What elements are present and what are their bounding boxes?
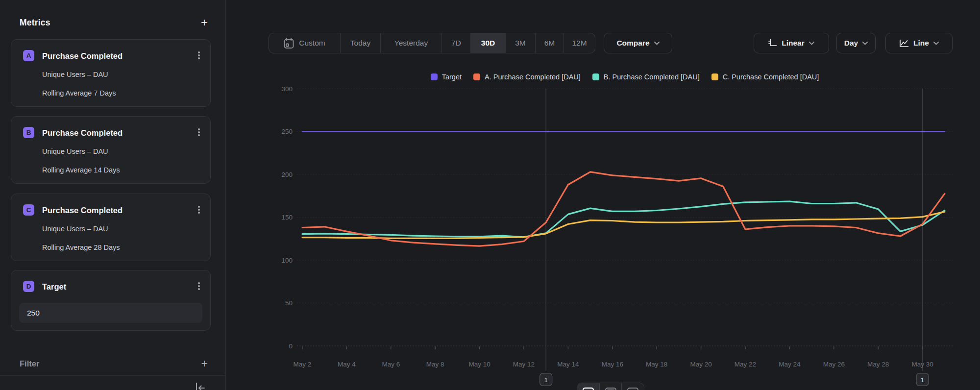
time-range-label: 12M bbox=[572, 39, 587, 48]
legend-item[interactable]: B. Purchase Completed [DAU] bbox=[592, 73, 700, 81]
metric-card-c: CPurchase CompletedUnique Users – DAURol… bbox=[11, 194, 211, 261]
metric-card-subtitle: Unique Users – DAU bbox=[42, 147, 108, 155]
legend-item[interactable]: A. Purchase Completed [DAU] bbox=[473, 73, 581, 81]
time-range-custom[interactable]: Custom bbox=[269, 33, 340, 53]
metric-card-a: APurchase CompletedUnique Users – DAURol… bbox=[11, 39, 211, 107]
metric-card-subtitle: Unique Users – DAU bbox=[42, 225, 108, 233]
chart-legend: TargetA. Purchase Completed [DAU]B. Purc… bbox=[302, 73, 947, 81]
kebab-menu-icon[interactable] bbox=[196, 204, 202, 215]
kebab-menu-icon[interactable] bbox=[196, 50, 202, 61]
chevron-down-icon bbox=[862, 42, 868, 45]
metric-card-title: Purchase Completed bbox=[42, 51, 122, 61]
time-range-yesterday[interactable]: Yesterday bbox=[380, 33, 441, 53]
view-chart-button[interactable] bbox=[577, 383, 599, 390]
time-range-label: Yesterday bbox=[394, 39, 428, 48]
metric-badge: A bbox=[23, 50, 34, 61]
metric-card-title: Purchase Completed bbox=[42, 206, 122, 215]
time-range-today[interactable]: Today bbox=[340, 33, 380, 53]
view-table-button[interactable] bbox=[599, 383, 622, 390]
y-axis-tick-label: 300 bbox=[281, 85, 293, 93]
target-value-input[interactable] bbox=[19, 303, 202, 323]
metric-card-title: Purchase Completed bbox=[42, 128, 122, 138]
x-axis-tick-label: May 22 bbox=[735, 361, 756, 368]
chevron-down-icon bbox=[809, 42, 814, 45]
linear-axis-icon bbox=[768, 39, 777, 48]
x-axis-tick-label: May 20 bbox=[690, 361, 711, 368]
series-line bbox=[302, 212, 945, 238]
time-range-label: 30D bbox=[481, 39, 495, 48]
x-axis-tick-label: May 2 bbox=[294, 361, 312, 368]
metric-card-subtitle: Rolling Average 7 Days bbox=[42, 89, 116, 97]
y-axis-tick-label: 0 bbox=[289, 342, 293, 350]
metrics-report-screen: Metrics + APurchase CompletedUnique User… bbox=[0, 0, 980, 390]
x-axis-tick-label: May 4 bbox=[338, 361, 356, 368]
scale-label: Linear bbox=[782, 39, 805, 48]
y-axis-tick-label: 250 bbox=[281, 128, 293, 135]
view-combined-button[interactable] bbox=[621, 383, 644, 390]
time-range-label: 6M bbox=[544, 39, 555, 48]
view-switch-control bbox=[577, 383, 644, 390]
time-range-label: Today bbox=[350, 39, 370, 48]
granularity-select-button[interactable]: Day bbox=[836, 33, 876, 53]
granularity-label: Day bbox=[844, 39, 858, 48]
legend-label: B. Purchase Completed [DAU] bbox=[604, 73, 700, 81]
x-axis-tick-label: May 24 bbox=[779, 361, 801, 368]
y-axis-tick-label: 200 bbox=[281, 171, 293, 178]
legend-label: Target bbox=[442, 73, 462, 81]
metric-card-subtitle: Unique Users – DAU bbox=[42, 71, 108, 78]
metric-card-title: Target bbox=[42, 282, 66, 292]
legend-swatch-icon bbox=[592, 73, 599, 80]
series-line bbox=[302, 172, 945, 246]
x-axis-tick-label: May 10 bbox=[468, 361, 490, 368]
time-range-6m[interactable]: 6M bbox=[535, 33, 564, 53]
series-line bbox=[302, 201, 945, 237]
metric-card-b: BPurchase CompletedUnique Users – DAURol… bbox=[11, 116, 211, 184]
chart-type-label: Line bbox=[913, 39, 929, 48]
metric-cards: APurchase CompletedUnique Users – DAURol… bbox=[0, 0, 225, 390]
kebab-menu-icon[interactable] bbox=[196, 127, 202, 138]
y-axis-tick-label: 150 bbox=[281, 214, 293, 221]
collapse-sidebar-button[interactable] bbox=[194, 382, 207, 390]
time-range-30d[interactable]: 30D bbox=[470, 33, 505, 53]
x-axis-tick-label: May 12 bbox=[513, 361, 535, 368]
time-range-label: 3M bbox=[515, 39, 526, 48]
legend-item[interactable]: C. Purchase Completed [DAU] bbox=[711, 73, 819, 81]
metric-card-subtitle: Rolling Average 14 Days bbox=[42, 166, 120, 174]
collapse-sidebar-icon bbox=[194, 382, 207, 390]
add-filter-button[interactable]: + bbox=[201, 359, 208, 368]
metric-card-subtitle: Rolling Average 28 Days bbox=[42, 244, 120, 251]
time-range-control: CustomTodayYesterday7D30D3M6M12M bbox=[269, 33, 595, 53]
x-axis-tick-label: May 28 bbox=[867, 361, 889, 368]
metric-badge: B bbox=[23, 127, 34, 138]
legend-label: A. Purchase Completed [DAU] bbox=[485, 73, 581, 81]
chart-view-icon bbox=[582, 387, 594, 390]
time-range-3m[interactable]: 3M bbox=[505, 33, 535, 53]
x-axis-tick-label: May 30 bbox=[911, 361, 933, 368]
filter-header: Filter + bbox=[20, 358, 208, 369]
annotation-badge[interactable] bbox=[916, 373, 929, 386]
chart-type-select-button[interactable]: Line bbox=[885, 33, 953, 53]
scale-select-button[interactable]: Linear bbox=[754, 33, 829, 53]
x-axis-tick-label: May 14 bbox=[557, 361, 579, 368]
chevron-down-icon bbox=[933, 42, 939, 45]
x-axis-tick-label: May 18 bbox=[646, 361, 667, 368]
metric-badge: D bbox=[23, 281, 34, 292]
table-view-icon bbox=[605, 387, 617, 390]
legend-label: C. Purchase Completed [DAU] bbox=[723, 73, 819, 81]
annotation-badge[interactable] bbox=[540, 373, 552, 386]
time-range-12m[interactable]: 12M bbox=[564, 33, 595, 53]
legend-swatch-icon bbox=[431, 73, 438, 80]
x-axis-tick-label: May 6 bbox=[382, 361, 400, 368]
metric-card-d: DTarget bbox=[11, 270, 211, 331]
y-axis-tick-label: 100 bbox=[281, 257, 293, 264]
time-range-label: 7D bbox=[451, 39, 461, 48]
time-range-label: Custom bbox=[299, 39, 325, 48]
kebab-menu-icon[interactable] bbox=[196, 281, 202, 292]
time-range-7d[interactable]: 7D bbox=[441, 33, 470, 53]
sidebar: Metrics + APurchase CompletedUnique User… bbox=[0, 0, 226, 390]
chevron-down-icon bbox=[654, 42, 660, 45]
compare-button[interactable]: Compare bbox=[604, 33, 672, 53]
combined-view-icon bbox=[627, 387, 639, 390]
legend-item[interactable]: Target bbox=[431, 73, 462, 81]
calendar-icon bbox=[284, 38, 294, 49]
